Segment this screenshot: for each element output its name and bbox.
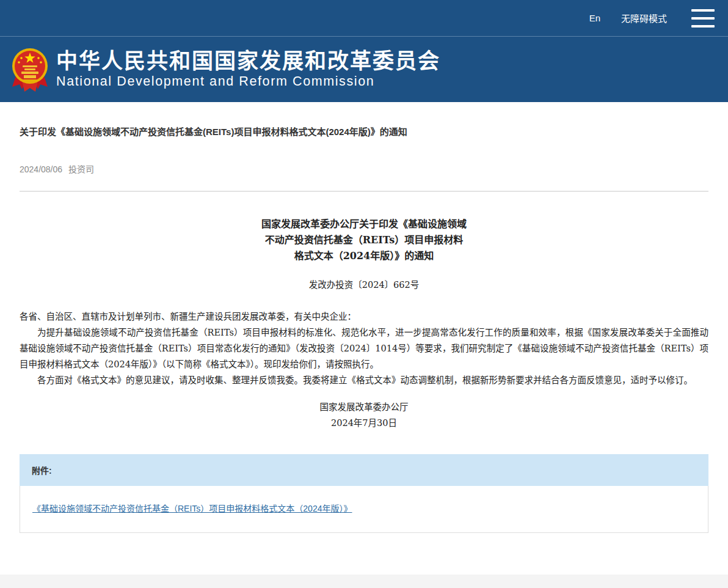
english-version-link[interactable]: En <box>589 13 600 23</box>
attachment-link[interactable]: 《基础设施领域不动产投资信托基金（REITs）项目申报材料格式文本（2024年版… <box>32 504 352 513</box>
publish-department: 投资司 <box>68 164 94 174</box>
signature-block: 国家发展改革委办公厅 2024年7月30日 <box>20 399 708 431</box>
site-title-cn: 中华人民共和国国家发展和改革委员会 <box>56 50 440 73</box>
document-title-line3: 格式文本（2024年版）》的通知 <box>20 248 708 264</box>
main-content: 关于印发《基础设施领域不动产投资信托基金(REITs)项目申报材料格式文本(20… <box>0 102 728 556</box>
attachment-label: 附件: <box>32 464 52 476</box>
page-title: 关于印发《基础设施领域不动产投资信托基金(REITs)项目申报材料格式文本(20… <box>20 102 708 138</box>
document-title: 国家发展改革委办公厅关于印发《基础设施领域 不动产投资信托基金（REITs）项目… <box>20 216 708 264</box>
document-body: 各省、自治区、直辖市及计划单列市、新疆生产建设兵团发展改革委，有关中央企业： 为… <box>20 309 708 388</box>
attachment-section: 附件: 《基础设施领域不动产投资信托基金（REITs）项目申报材料格式文本（20… <box>20 454 708 533</box>
attachment-list: 《基础设施领域不动产投资信托基金（REITs）项目申报材料格式文本（2024年版… <box>20 486 708 533</box>
menu-icon[interactable] <box>691 9 715 28</box>
body-paragraph-2: 各方面对《格式文本》的意见建议，请及时收集、整理并反馈我委。我委将建立《格式文本… <box>20 372 708 388</box>
document-title-line2: 不动产投资信托基金（REITs）项目申报材料 <box>20 232 708 248</box>
body-paragraph-1: 为提升基础设施领域不动产投资信托基金（REITs）项目申报材料的标准化、规范化水… <box>20 325 708 372</box>
national-emblem-icon <box>11 46 49 93</box>
attachment-header: 附件: <box>20 454 708 486</box>
site-title-block: 中华人民共和国国家发展和改革委员会 National Development a… <box>56 50 440 90</box>
site-header: 中华人民共和国国家发展和改革委员会 National Development a… <box>0 37 728 102</box>
topbar: En 无障碍模式 <box>0 0 728 37</box>
title-divider <box>20 191 708 192</box>
site-title-en: National Development and Reform Commissi… <box>56 74 440 89</box>
article-meta: 2024/08/06 投资司 <box>20 163 708 175</box>
document-title-line1: 国家发展改革委办公厅关于印发《基础设施领域 <box>20 216 708 232</box>
signature-organization: 国家发展改革委办公厅 <box>20 399 708 415</box>
signature-date: 2024年7月30日 <box>20 415 708 431</box>
salutation: 各省、自治区、直辖市及计划单列市、新疆生产建设兵团发展改革委，有关中央企业： <box>20 309 708 325</box>
footer <box>0 575 728 588</box>
accessibility-mode-link[interactable]: 无障碍模式 <box>621 12 667 24</box>
publish-date: 2024/08/06 <box>20 164 62 174</box>
document-number: 发改办投资〔2024〕662号 <box>20 277 708 290</box>
